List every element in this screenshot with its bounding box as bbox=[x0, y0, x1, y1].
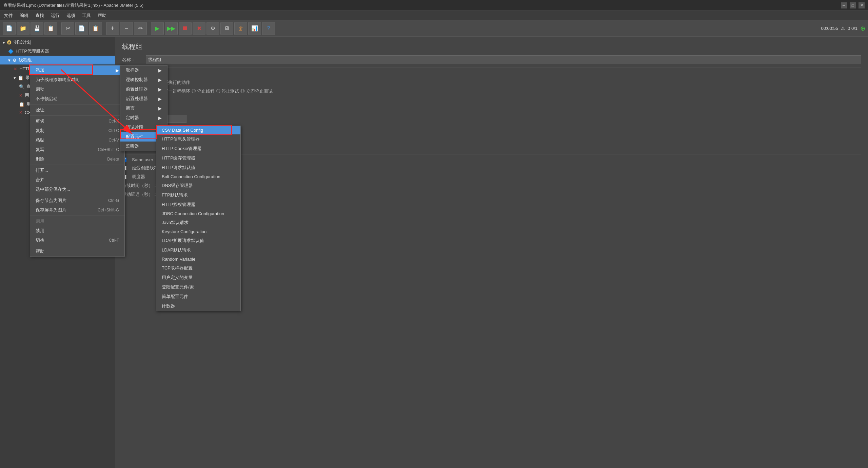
collapse-icon: ▾ bbox=[3, 40, 5, 45]
ctx-toggle[interactable]: 切换 Ctrl-T bbox=[30, 236, 124, 245]
menu-bar: 文件 编辑 查找 运行 选项 工具 帮助 bbox=[0, 11, 868, 20]
ctx-delete[interactable]: 删除 Delete bbox=[30, 154, 124, 164]
menu-find[interactable]: 查找 bbox=[33, 12, 47, 19]
ctx-savescreen[interactable]: 保存屏幕为图片 Ctrl+Shift-G bbox=[30, 205, 124, 215]
close-button[interactable]: ✕ bbox=[859, 2, 865, 8]
sub-logic[interactable]: 逻辑控制器 ▶ bbox=[120, 75, 167, 85]
clear-all-button[interactable]: 📊 bbox=[248, 22, 261, 35]
cfg-httpheader[interactable]: HTTP信息头管理器 bbox=[156, 134, 240, 144]
force-stop-button[interactable]: ✖ bbox=[193, 22, 205, 35]
save-button[interactable]: 💾 bbox=[31, 22, 43, 35]
cfg-counter-label: 计数器 bbox=[162, 303, 175, 309]
new-button[interactable]: 📄 bbox=[3, 22, 16, 35]
sub-sampler[interactable]: 取样器 ▶ bbox=[120, 65, 167, 75]
remove-button[interactable]: − bbox=[120, 22, 133, 35]
menu-options[interactable]: 选项 bbox=[64, 12, 78, 19]
warning-icon: ⚠ bbox=[841, 26, 845, 31]
tree-item-proxy[interactable]: 🔷 HTTP代理服务器 bbox=[0, 47, 115, 56]
remote-button[interactable]: 🖥 bbox=[220, 22, 233, 35]
cfg-random-label: Random Variable bbox=[162, 257, 195, 262]
ctx-start[interactable]: 启动 bbox=[30, 85, 124, 94]
restore-button[interactable]: □ bbox=[850, 2, 856, 8]
open-button[interactable]: 📁 bbox=[17, 22, 29, 35]
cfg-ldap[interactable]: LDAP默认请求 bbox=[156, 245, 240, 255]
ctx-disable-label: 禁用 bbox=[36, 228, 44, 234]
ctx-open[interactable]: 打开... bbox=[30, 166, 124, 175]
settings-button[interactable]: ⚙ bbox=[206, 22, 219, 35]
sub-logic-label: 逻辑控制器 bbox=[126, 77, 148, 83]
ctx-disable[interactable]: 禁用 bbox=[30, 226, 124, 236]
row-assert: 断言 ▶ bbox=[122, 106, 861, 112]
paste-button[interactable]: 📋 bbox=[89, 22, 102, 35]
threadgroup-icon: ⚙ bbox=[13, 58, 17, 63]
cfg-dns[interactable]: DNS缓存管理器 bbox=[156, 181, 240, 190]
run-button[interactable]: ▶ bbox=[151, 22, 164, 35]
cfg-dns-label: DNS缓存管理器 bbox=[162, 183, 193, 189]
help-button[interactable]: ? bbox=[262, 22, 275, 35]
clear-button[interactable]: 🗑 bbox=[234, 22, 247, 35]
row-postproc: 后置处理器 bbox=[122, 97, 861, 103]
cfg-bolt[interactable]: Bolt Connection Configuration bbox=[156, 172, 240, 181]
cut-button[interactable]: ✂ bbox=[61, 22, 74, 35]
menu-file[interactable]: 文件 bbox=[1, 12, 16, 19]
cfg-httpcookie[interactable]: HTTP Cookie管理器 bbox=[156, 144, 240, 153]
ctx-savenode[interactable]: 保存节点为图片 Ctrl-G bbox=[30, 196, 124, 205]
threadgroup-label: 线程组 bbox=[19, 57, 32, 63]
menu-tools[interactable]: 工具 bbox=[79, 12, 94, 19]
cfg-simple[interactable]: 简单配置元件 bbox=[156, 292, 240, 301]
ctx-validate[interactable]: 验证 bbox=[30, 105, 124, 115]
ctx-addresponsetime[interactable]: 为子线程添加响应时间 bbox=[30, 75, 124, 85]
sub-postproc[interactable]: 后置处理器 ▶ bbox=[120, 94, 167, 104]
copy-button[interactable]: 📄 bbox=[75, 22, 88, 35]
ctx-merge[interactable]: 合并 bbox=[30, 175, 124, 185]
ctx-copy[interactable]: 复制 Ctrl-C bbox=[30, 126, 124, 135]
cfg-httpauth[interactable]: HTTP授权管理器 bbox=[156, 200, 240, 209]
row-startdelay-label: 启动延迟（秒）： bbox=[122, 191, 157, 198]
context-menu-main: 添加 ▶ 为子线程添加响应时间 启动 不停顿启动 验证 剪切 Ctrl-X 复制… bbox=[30, 65, 125, 257]
cfg-ldapext[interactable]: LDAP扩展请求默认值 bbox=[156, 236, 240, 245]
cfg-tcp[interactable]: TCP取样器配置 bbox=[156, 263, 240, 273]
cfg-httpcache[interactable]: HTTP缓存管理器 bbox=[156, 153, 240, 163]
menu-run[interactable]: 运行 bbox=[48, 12, 62, 19]
ctx-addresponsetime-label: 为子线程添加响应时间 bbox=[36, 77, 80, 83]
add-button[interactable]: + bbox=[106, 22, 119, 35]
run-thread-button[interactable]: ▶▶ bbox=[165, 22, 178, 35]
cfg-java[interactable]: Java默认请求 bbox=[156, 218, 240, 227]
ctx-start-nopause[interactable]: 不停顿启动 bbox=[30, 94, 124, 104]
recorder-icon: 📋 bbox=[18, 75, 23, 80]
ctx-open-label: 打开... bbox=[36, 167, 48, 173]
minimize-button[interactable]: ─ bbox=[841, 2, 847, 8]
stop-button[interactable]: ⏹ bbox=[179, 22, 192, 35]
menu-edit[interactable]: 编辑 bbox=[17, 12, 31, 19]
viewresult-icon: 🔍 bbox=[19, 84, 24, 89]
ctx-duplicate[interactable]: 复写 Ctrl+Shift-C bbox=[30, 145, 124, 154]
cfg-loginconfig[interactable]: 登陆配置元件/素 bbox=[156, 282, 240, 292]
name-input[interactable] bbox=[146, 55, 861, 64]
cfg-ftp[interactable]: FTP默认请求 bbox=[156, 190, 240, 200]
save-as-button[interactable]: 📋 bbox=[44, 22, 57, 35]
cfg-csv[interactable]: CSV Data Set Config bbox=[156, 126, 240, 134]
sub-testseg-label: 测试片段 bbox=[126, 124, 143, 130]
menu-help[interactable]: 帮助 bbox=[95, 12, 109, 19]
ctx-helpitem[interactable]: 帮助 bbox=[30, 247, 124, 256]
cfg-counter[interactable]: 计数器 bbox=[156, 301, 240, 311]
tree-item-testplan[interactable]: ▾ 🅐 测试计划 bbox=[0, 38, 115, 47]
cfg-random[interactable]: Random Variable bbox=[156, 255, 240, 263]
ctx-cut-label: 剪切 bbox=[36, 118, 44, 124]
edit-button[interactable]: ✏ bbox=[134, 22, 147, 35]
tree-item-threadgroup[interactable]: ▾ ⚙ 线程组 bbox=[0, 56, 115, 64]
ctx-paste[interactable]: 粘贴 Ctrl-V bbox=[30, 135, 124, 145]
cfg-httpdefault[interactable]: HTTP请求默认值 bbox=[156, 163, 240, 172]
name-field: 名称： bbox=[122, 55, 861, 64]
cfg-jdbc[interactable]: JDBC Connection Configuration bbox=[156, 209, 240, 218]
ctx-saveas[interactable]: 选中部分保存为... bbox=[30, 185, 124, 194]
ctx-delete-label: 删除 bbox=[36, 156, 44, 162]
cfg-keystore[interactable]: Keystore Configuration bbox=[156, 227, 240, 236]
sub-preproc[interactable]: 前置处理器 ▶ bbox=[120, 85, 167, 94]
ctx-cut[interactable]: 剪切 Ctrl-X bbox=[30, 116, 124, 126]
sub-assert-arrow: ▶ bbox=[158, 106, 162, 111]
sub-assert[interactable]: 断言 ▶ bbox=[120, 104, 167, 113]
sub-timer[interactable]: 定时器 ▶ bbox=[120, 113, 167, 123]
ctx-add[interactable]: 添加 ▶ bbox=[30, 65, 124, 75]
cfg-uservar[interactable]: 用户定义的变量 bbox=[156, 273, 240, 282]
